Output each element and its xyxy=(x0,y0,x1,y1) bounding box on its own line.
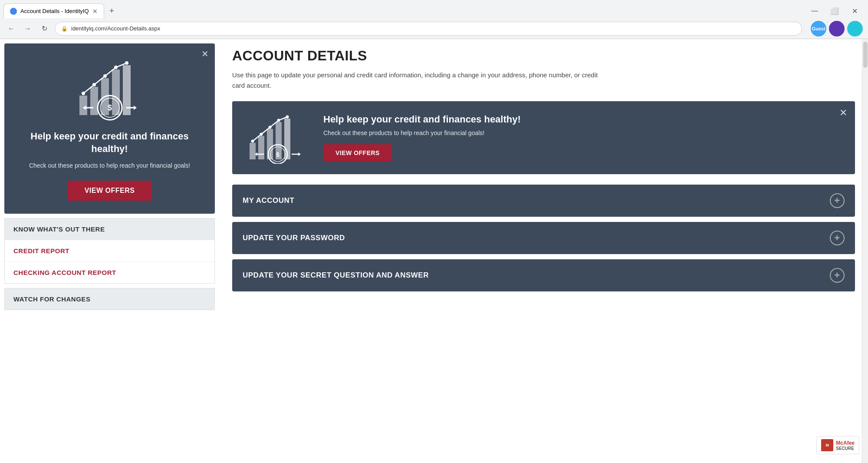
know-section: KNOW WHAT'S OUT THERE CREDIT REPORT CHEC… xyxy=(4,218,215,284)
forward-button[interactable]: → xyxy=(22,23,34,35)
svg-point-22 xyxy=(251,140,254,143)
profile-avatar-2[interactable] xyxy=(829,21,845,36)
promo-card-view-offers-button[interactable]: VIEW OFFERS xyxy=(67,181,152,201)
main-content: ACCOUNT DETAILS Use this page to update … xyxy=(219,39,868,463)
svg-point-5 xyxy=(82,92,85,95)
mcafee-badge: M McAfee SECURE xyxy=(816,436,859,454)
mcafee-logo-icon: M xyxy=(821,439,833,451)
svg-rect-3 xyxy=(112,69,120,115)
promo-card-desc: Check out these products to help reach y… xyxy=(13,161,206,170)
update-secret-question-accordion: UPDATE YOUR SECRET QUESTION AND ANSWER + xyxy=(232,259,855,291)
profile-avatar-1[interactable]: Guest xyxy=(811,21,826,36)
promo-card-title: Help keep your credit and finances healt… xyxy=(13,130,206,155)
svg-text:$: $ xyxy=(276,151,279,158)
update-password-label: UPDATE YOUR PASSWORD xyxy=(243,234,345,242)
left-panel: ✕ xyxy=(0,39,219,463)
know-section-header: KNOW WHAT'S OUT THERE xyxy=(5,218,214,240)
page-title: ACCOUNT DETAILS xyxy=(232,48,855,64)
banner-text: Help keep your credit and finances healt… xyxy=(323,114,521,162)
svg-rect-1 xyxy=(90,87,98,115)
my-account-label: MY ACCOUNT xyxy=(243,196,294,205)
update-password-header[interactable]: UPDATE YOUR PASSWORD + xyxy=(232,222,855,254)
promo-card: ✕ xyxy=(4,43,215,214)
svg-point-24 xyxy=(269,126,272,129)
scrollbar-track xyxy=(862,39,868,463)
banner-title: Help keep your credit and finances healt… xyxy=(323,114,521,125)
refresh-button[interactable]: ↻ xyxy=(38,23,50,35)
promo-banner: ✕ $ xyxy=(232,101,855,174)
banner-close-button[interactable]: ✕ xyxy=(839,107,847,119)
svg-text:$: $ xyxy=(107,103,112,112)
svg-point-26 xyxy=(286,116,289,119)
svg-marker-33 xyxy=(298,152,301,156)
update-secret-question-header[interactable]: UPDATE YOUR SECRET QUESTION AND ANSWER + xyxy=(232,259,855,291)
svg-point-8 xyxy=(114,66,118,69)
my-account-header[interactable]: MY ACCOUNT + xyxy=(232,185,855,217)
svg-rect-18 xyxy=(258,136,264,159)
mcafee-name: McAfee xyxy=(836,440,855,446)
update-password-accordion: UPDATE YOUR PASSWORD + xyxy=(232,222,855,254)
watch-section-label: WATCH FOR CHANGES xyxy=(13,295,90,303)
update-secret-question-label: UPDATE YOUR SECRET QUESTION AND ANSWER xyxy=(243,271,429,280)
svg-rect-0 xyxy=(79,96,87,115)
banner-icon: $ xyxy=(245,112,310,164)
page-description: Use this page to update your personal an… xyxy=(232,70,601,91)
new-tab-button[interactable]: + xyxy=(106,5,118,17)
url-bar[interactable]: 🔒 identityiq.com/Account-Details.aspx xyxy=(55,22,802,36)
svg-marker-16 xyxy=(134,106,137,110)
my-account-expand-icon[interactable]: + xyxy=(830,193,845,208)
update-secret-question-expand-icon[interactable]: + xyxy=(830,268,845,283)
banner-view-offers-button[interactable]: VIEW OFFERS xyxy=(323,144,392,162)
profile-avatar-3[interactable] xyxy=(847,21,863,36)
lock-icon: 🔒 xyxy=(61,26,68,32)
tab-favicon xyxy=(10,8,17,15)
my-account-accordion: MY ACCOUNT + xyxy=(232,185,855,217)
promo-card-close-button[interactable]: ✕ xyxy=(201,49,209,59)
svg-rect-17 xyxy=(250,143,256,159)
mcafee-sublabel: SECURE xyxy=(836,446,855,451)
credit-report-link[interactable]: CREDIT REPORT xyxy=(5,240,214,261)
svg-point-7 xyxy=(103,74,107,78)
svg-point-25 xyxy=(277,119,280,122)
svg-point-6 xyxy=(92,83,96,86)
tab-close-button[interactable]: ✕ xyxy=(92,8,98,15)
svg-point-9 xyxy=(125,61,128,65)
banner-desc: Check out these products to help reach y… xyxy=(323,129,521,136)
watch-section: WATCH FOR CHANGES xyxy=(4,288,215,310)
checking-account-report-link[interactable]: CHECKING ACCOUNT REPORT xyxy=(5,261,214,283)
update-password-expand-icon[interactable]: + xyxy=(830,231,845,245)
url-text: identityiq.com/Account-Details.aspx xyxy=(71,25,160,32)
avatar-label-1: Guest xyxy=(812,26,825,31)
restore-button[interactable]: ⬜ xyxy=(825,4,845,18)
mcafee-text: McAfee SECURE xyxy=(836,440,855,451)
tab-title: Account Details - IdentityIQ xyxy=(20,8,89,14)
promo-card-icon: $ xyxy=(71,56,149,122)
active-tab[interactable]: Account Details - IdentityIQ ✕ xyxy=(3,3,104,18)
svg-point-23 xyxy=(260,133,263,136)
scrollbar-thumb[interactable] xyxy=(863,42,868,68)
minimize-button[interactable]: — xyxy=(805,4,825,18)
close-window-button[interactable]: ✕ xyxy=(845,4,865,18)
back-button[interactable]: ← xyxy=(5,23,17,35)
